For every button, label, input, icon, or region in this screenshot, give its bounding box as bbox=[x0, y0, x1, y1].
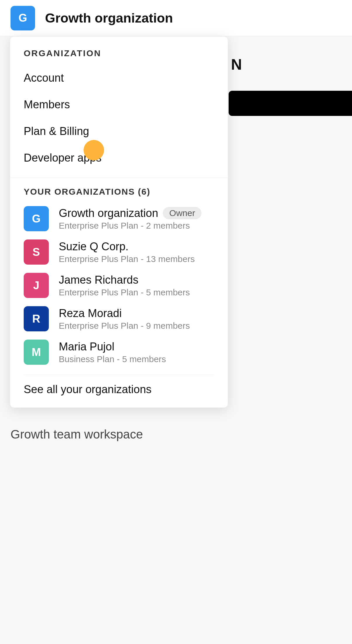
bg-partial-row: Growth team workspace bbox=[11, 427, 143, 441]
org-info: Reza MoradiEnterprise Plus Plan - 9 memb… bbox=[59, 307, 190, 331]
org-name: Reza Moradi bbox=[59, 307, 122, 320]
menu-item-members[interactable]: Members bbox=[10, 91, 228, 118]
org-name: Growth organization bbox=[59, 207, 158, 220]
org-meta: Enterprise Plus Plan - 9 members bbox=[59, 321, 190, 331]
org-meta: Enterprise Plus Plan - 13 members bbox=[59, 254, 195, 264]
org-avatar: S bbox=[24, 239, 49, 265]
org-item[interactable]: GGrowth organizationOwnerEnterprise Plus… bbox=[10, 202, 228, 235]
cursor-indicator bbox=[84, 140, 104, 160]
org-info: Suzie Q Corp.Enterprise Plus Plan - 13 m… bbox=[59, 240, 195, 264]
org-meta: Enterprise Plus Plan - 5 members bbox=[59, 287, 190, 297]
org-item[interactable]: RReza MoradiEnterprise Plus Plan - 9 mem… bbox=[10, 302, 228, 335]
org-item[interactable]: JJames RichardsEnterprise Plus Plan - 5 … bbox=[10, 269, 228, 302]
see-all-orgs-link[interactable]: See all your organizations bbox=[10, 375, 228, 399]
org-meta: Enterprise Plus Plan - 2 members bbox=[59, 221, 201, 231]
org-avatar: J bbox=[24, 273, 49, 298]
org-name: Suzie Q Corp. bbox=[59, 240, 129, 253]
section-label-organization: ORGANIZATION bbox=[10, 48, 228, 65]
section-label-your-orgs: YOUR ORGANIZATIONS (6) bbox=[10, 187, 228, 202]
org-avatar: G bbox=[11, 6, 35, 30]
bg-partial-button[interactable] bbox=[229, 91, 352, 116]
org-info: Maria PujolBusiness Plan - 5 members bbox=[59, 340, 166, 364]
org-item[interactable]: SSuzie Q Corp.Enterprise Plus Plan - 13 … bbox=[10, 235, 228, 269]
org-dropdown: ORGANIZATION Account Members Plan & Bill… bbox=[10, 36, 228, 408]
org-info: Growth organizationOwnerEnterprise Plus … bbox=[59, 207, 201, 231]
org-info: James RichardsEnterprise Plus Plan - 5 m… bbox=[59, 274, 190, 297]
menu-item-plan-billing[interactable]: Plan & Billing bbox=[10, 118, 228, 145]
menu-item-account[interactable]: Account bbox=[10, 65, 228, 91]
owner-badge: Owner bbox=[163, 207, 201, 219]
org-meta: Business Plan - 5 members bbox=[59, 354, 166, 364]
org-item[interactable]: MMaria PujolBusiness Plan - 5 members bbox=[10, 335, 228, 369]
org-header[interactable]: G Growth organization bbox=[0, 0, 352, 36]
org-name: Maria Pujol bbox=[59, 340, 114, 353]
org-name: James Richards bbox=[59, 274, 138, 286]
divider bbox=[10, 178, 228, 178]
org-title: Growth organization bbox=[45, 11, 173, 26]
org-avatar: R bbox=[24, 306, 49, 331]
org-avatar: G bbox=[24, 206, 49, 231]
bg-partial-text: N bbox=[231, 56, 242, 73]
menu-item-developer-apps[interactable]: Developer apps bbox=[10, 145, 228, 171]
org-avatar: M bbox=[24, 340, 49, 365]
